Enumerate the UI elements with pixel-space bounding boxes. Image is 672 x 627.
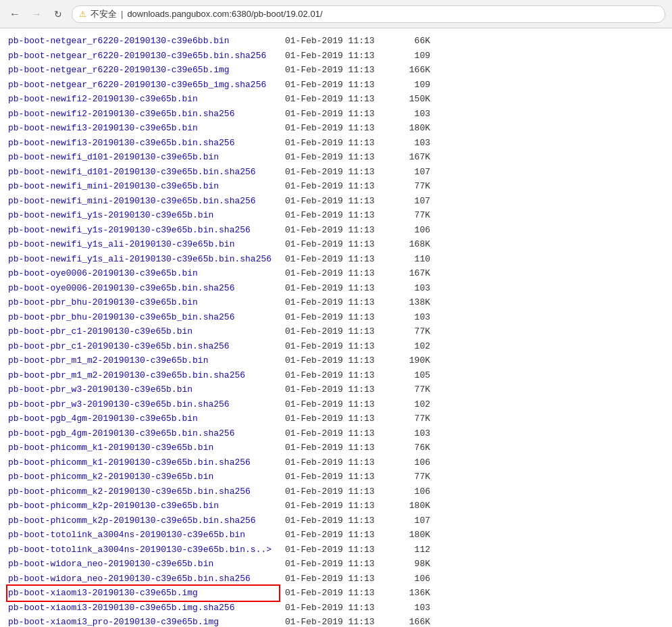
file-link[interactable]: pb-boot-pbr_w3-20190130-c39e65b.bin	[8, 383, 278, 397]
file-link[interactable]: pb-boot-totolink_a3004ns-20190130-c39e65…	[8, 543, 278, 557]
file-link[interactable]: pb-boot-xiaomi3-20190130-c39e65b.img	[8, 586, 278, 600]
file-date: 01-Feb-2019 11:13	[285, 601, 390, 615]
file-link[interactable]: pb-boot-netgear_r6220-20190130-c39e65b_i…	[8, 78, 278, 92]
file-date: 01-Feb-2019 11:13	[285, 543, 390, 557]
file-date: 01-Feb-2019 11:13	[285, 499, 390, 513]
file-link[interactable]: pb-boot-oye0006-20190130-c39e65b.bin.sha…	[8, 282, 278, 295]
file-link[interactable]: pb-boot-newifi3-20190130-c39e65b.bin	[8, 122, 278, 135]
file-link[interactable]: pb-boot-totolink_a3004ns-20190130-c39e65…	[8, 528, 278, 542]
file-size: 106	[390, 485, 430, 499]
file-link[interactable]: pb-boot-phicomm_k2-20190130-c39e65b.bin	[8, 470, 278, 484]
file-size: 77K	[390, 470, 430, 484]
file-size: 77K	[390, 180, 430, 193]
file-link[interactable]: pb-boot-netgear_r6220-20190130-c39e6bb.b…	[8, 34, 278, 48]
file-size: 166K	[390, 616, 430, 627]
file-size: 66K	[390, 34, 430, 48]
address-separator: |	[121, 9, 123, 19]
table-row: pb-boot-phicomm_k2-20190130-c39e65b.bin0…	[8, 470, 664, 484]
file-size: 167K	[390, 267, 430, 280]
file-size: 103	[390, 107, 430, 121]
file-link[interactable]: pb-boot-newifi3-20190130-c39e65b.bin.sha…	[8, 136, 278, 150]
table-row: pb-boot-pgb_4gm-20190130-c39e65b.bin.sha…	[8, 426, 664, 441]
file-link[interactable]: pb-boot-newifi_y1s_ali-20190130-c39e65b.…	[8, 238, 278, 251]
file-link[interactable]: pb-boot-widora_neo-20190130-c39e65b.bin.…	[8, 572, 278, 586]
file-link[interactable]: pb-boot-newifi2-20190130-c39e65b.bin	[8, 93, 278, 106]
table-row: pb-boot-phicomm_k1-20190130-c39e65b.bin0…	[8, 441, 664, 455]
table-row: pb-boot-newifi_mini-20190130-c39e65b.bin…	[8, 179, 664, 194]
file-date: 01-Feb-2019 11:13	[285, 412, 390, 426]
table-row: pb-boot-pbr_c1-20190130-c39e65b.bin01-Fe…	[8, 324, 664, 339]
file-size: 77K	[390, 412, 430, 426]
file-link[interactable]: pb-boot-pbr_bhu-20190130-c39e65b.bin	[8, 296, 278, 309]
table-row: pb-boot-netgear_r6220-20190130-c39e65b.b…	[8, 49, 664, 64]
file-link[interactable]: pb-boot-phicomm_k2p-20190130-c39e65b.bin…	[8, 514, 278, 528]
file-link[interactable]: pb-boot-pbr_m1_m2-20190130-c39e65b.bin	[8, 354, 278, 368]
file-link[interactable]: pb-boot-newifi_d101-20190130-c39e65b.bin	[8, 151, 278, 164]
file-link[interactable]: pb-boot-netgear_r6220-20190130-c39e65b.i…	[8, 64, 278, 77]
table-row: pb-boot-newifi_d101-20190130-c39e65b.bin…	[8, 150, 664, 165]
refresh-button[interactable]: ↻	[50, 6, 66, 22]
file-size: 105	[390, 369, 430, 382]
table-row: pb-boot-newifi3-20190130-c39e65b.bin01-F…	[8, 121, 664, 136]
security-icon: ⚠	[79, 9, 86, 19]
file-link[interactable]: pb-boot-newifi_mini-20190130-c39e65b.bin…	[8, 195, 278, 208]
file-link[interactable]: pb-boot-phicomm_k2p-20190130-c39e65b.bin	[8, 499, 278, 513]
table-row: pb-boot-pgb_4gm-20190130-c39e65b.bin01-F…	[8, 411, 664, 426]
file-size: 109	[390, 49, 430, 63]
file-link[interactable]: pb-boot-newifi_y1s-20190130-c39e65b.bin	[8, 209, 278, 222]
file-link[interactable]: pb-boot-pbr_w3-20190130-c39e65b.bin.sha2…	[8, 398, 278, 411]
file-date: 01-Feb-2019 11:13	[285, 49, 390, 63]
file-link[interactable]: pb-boot-oye0006-20190130-c39e65b.bin	[8, 267, 278, 280]
file-link[interactable]: pb-boot-pbr_m1_m2-20190130-c39e65b.bin.s…	[8, 369, 278, 382]
file-size: 167K	[390, 151, 430, 164]
file-date: 01-Feb-2019 11:13	[285, 282, 390, 295]
table-row: pb-boot-totolink_a3004ns-20190130-c39e65…	[8, 528, 664, 543]
file-date: 01-Feb-2019 11:13	[285, 195, 390, 208]
back-button[interactable]: ←	[7, 6, 23, 22]
file-date: 01-Feb-2019 11:13	[285, 470, 390, 484]
file-link[interactable]: pb-boot-newifi_y1s-20190130-c39e65b.bin.…	[8, 224, 278, 237]
table-row: pb-boot-pbr_w3-20190130-c39e65b.bin.sha2…	[8, 397, 664, 412]
file-link[interactable]: pb-boot-netgear_r6220-20190130-c39e65b.b…	[8, 49, 278, 63]
table-row: pb-boot-oye0006-20190130-c39e65b.bin01-F…	[8, 266, 664, 281]
table-row: pb-boot-phicomm_k2-20190130-c39e65b.bin.…	[8, 484, 664, 499]
file-link[interactable]: pb-boot-pbr_c1-20190130-c39e65b.bin.sha2…	[8, 340, 278, 353]
file-size: 106	[390, 572, 430, 586]
file-size: 150K	[390, 93, 430, 106]
table-row: pb-boot-newifi2-20190130-c39e65b.bin.sha…	[8, 107, 664, 122]
file-size: 180K	[390, 528, 430, 542]
file-date: 01-Feb-2019 11:13	[285, 383, 390, 397]
file-link[interactable]: pb-boot-xiaomi3_pro-20190130-c39e65b.img	[8, 616, 278, 627]
forward-button[interactable]: →	[28, 6, 45, 22]
file-size: 168K	[390, 238, 430, 251]
table-row: pb-boot-pbr_m1_m2-20190130-c39e65b.bin01…	[8, 353, 664, 368]
address-bar[interactable]: ⚠ 不安全 | downloads.pangubox.com:6380/pb-b…	[72, 5, 665, 23]
file-date: 01-Feb-2019 11:13	[285, 528, 390, 542]
file-link[interactable]: pb-boot-phicomm_k1-20190130-c39e65b.bin.…	[8, 456, 278, 470]
file-link[interactable]: pb-boot-pgb_4gm-20190130-c39e65b.bin	[8, 412, 278, 426]
file-link[interactable]: pb-boot-widora_neo-20190130-c39e65b.bin	[8, 557, 278, 571]
file-date: 01-Feb-2019 11:13	[285, 616, 390, 627]
table-row: pb-boot-newifi_y1s-20190130-c39e65b.bin.…	[8, 223, 664, 238]
file-size: 76K	[390, 441, 430, 455]
file-date: 01-Feb-2019 11:13	[285, 166, 390, 179]
file-size: 107	[390, 514, 430, 528]
file-link[interactable]: pb-boot-xiaomi3-20190130-c39e65b.img.sha…	[8, 601, 278, 615]
file-size: 103	[390, 601, 430, 615]
file-link[interactable]: pb-boot-pgb_4gm-20190130-c39e65b.bin.sha…	[8, 427, 278, 441]
file-link[interactable]: pb-boot-newifi2-20190130-c39e65b.bin.sha…	[8, 107, 278, 121]
file-link[interactable]: pb-boot-phicomm_k1-20190130-c39e65b.bin	[8, 441, 278, 455]
file-link[interactable]: pb-boot-phicomm_k2-20190130-c39e65b.bin.…	[8, 485, 278, 499]
file-link[interactable]: pb-boot-pbr_c1-20190130-c39e65b.bin	[8, 325, 278, 338]
file-link[interactable]: pb-boot-newifi_y1s_ali-20190130-c39e65b.…	[8, 253, 278, 266]
file-date: 01-Feb-2019 11:13	[285, 238, 390, 251]
table-row: pb-boot-pbr_c1-20190130-c39e65b.bin.sha2…	[8, 339, 664, 354]
table-row: pb-boot-xiaomi3_pro-20190130-c39e65b.img…	[8, 615, 664, 627]
file-link[interactable]: pb-boot-pbr_bhu-20190130-c39e65b_bin.sha…	[8, 311, 278, 324]
file-date: 01-Feb-2019 11:13	[285, 296, 390, 309]
file-link[interactable]: pb-boot-newifi_d101-20190130-c39e65b.bin…	[8, 166, 278, 179]
table-row: pb-boot-newifi_y1s_ali-20190130-c39e65b.…	[8, 252, 664, 267]
file-date: 01-Feb-2019 11:13	[285, 34, 390, 48]
browser-toolbar: ← → ↻ ⚠ 不安全 | downloads.pangubox.com:638…	[0, 0, 672, 28]
file-link[interactable]: pb-boot-newifi_mini-20190130-c39e65b.bin	[8, 180, 278, 193]
